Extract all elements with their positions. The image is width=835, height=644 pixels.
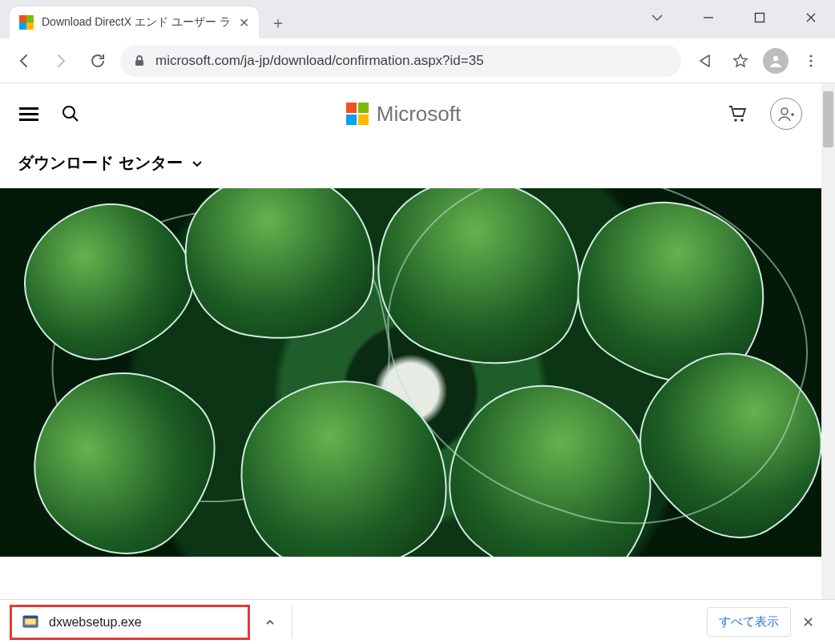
svg-rect-11 bbox=[25, 618, 36, 625]
tab-title: Download DirectX エンド ユーザー ラ bbox=[42, 15, 231, 30]
breadcrumb[interactable]: ダウンロード センター bbox=[0, 144, 821, 188]
browser-tab[interactable]: Download DirectX エンド ユーザー ラ ✕ bbox=[10, 6, 259, 38]
svg-rect-12 bbox=[23, 616, 38, 618]
microsoft-logo[interactable]: Microsoft bbox=[346, 102, 461, 127]
svg-point-6 bbox=[63, 107, 75, 118]
share-button[interactable] bbox=[689, 46, 718, 75]
microsoft-wordmark: Microsoft bbox=[377, 102, 461, 127]
site-header: Microsoft bbox=[0, 83, 821, 144]
show-all-downloads-button[interactable]: すべて表示 bbox=[707, 607, 791, 637]
svg-point-3 bbox=[809, 54, 812, 57]
hamburger-menu-icon[interactable] bbox=[19, 104, 38, 124]
download-options-button[interactable] bbox=[253, 617, 287, 628]
microsoft-favicon-icon bbox=[19, 15, 34, 30]
breadcrumb-label: ダウンロード センター bbox=[18, 152, 183, 174]
browser-toolbar: microsoft.com/ja-jp/download/confirmatio… bbox=[0, 38, 835, 83]
back-button[interactable] bbox=[10, 46, 38, 75]
svg-rect-0 bbox=[756, 14, 764, 22]
chevron-down-icon bbox=[191, 157, 204, 170]
forward-button[interactable] bbox=[46, 46, 75, 75]
hero-image bbox=[0, 188, 821, 557]
exe-file-icon bbox=[22, 614, 39, 631]
lock-icon bbox=[133, 54, 146, 67]
window-close-icon[interactable] bbox=[797, 6, 825, 29]
window-dropdown-icon[interactable] bbox=[643, 6, 672, 29]
account-icon[interactable] bbox=[770, 98, 802, 130]
download-item[interactable]: dxwebsetup.exe bbox=[10, 605, 250, 640]
cart-icon[interactable] bbox=[727, 103, 748, 124]
vertical-scrollbar[interactable] bbox=[821, 83, 835, 599]
window-maximize-icon[interactable] bbox=[745, 6, 774, 29]
tab-close-icon[interactable]: ✕ bbox=[239, 15, 249, 30]
scroll-thumb[interactable] bbox=[823, 91, 833, 147]
svg-point-4 bbox=[809, 59, 812, 62]
search-icon[interactable] bbox=[61, 104, 80, 123]
new-tab-button[interactable]: ＋ bbox=[265, 10, 291, 35]
page-content: Microsoft ダウンロード センター bbox=[0, 83, 821, 599]
window-minimize-icon[interactable] bbox=[694, 6, 723, 29]
microsoft-logo-icon bbox=[346, 103, 369, 125]
address-bar[interactable]: microsoft.com/ja-jp/download/confirmatio… bbox=[120, 45, 681, 77]
svg-point-7 bbox=[734, 119, 737, 122]
profile-avatar[interactable] bbox=[763, 48, 789, 74]
svg-point-8 bbox=[740, 119, 744, 122]
svg-point-9 bbox=[781, 108, 788, 115]
download-filename: dxwebsetup.exe bbox=[49, 615, 142, 630]
svg-point-5 bbox=[809, 64, 812, 66]
download-bar: dxwebsetup.exe すべて表示 ✕ bbox=[0, 599, 835, 644]
svg-point-2 bbox=[773, 55, 778, 60]
bookmark-button[interactable] bbox=[726, 46, 755, 75]
tab-strip: Download DirectX エンド ユーザー ラ ✕ ＋ bbox=[10, 6, 291, 38]
reload-button[interactable] bbox=[83, 46, 112, 75]
divider bbox=[292, 606, 292, 638]
close-download-bar-button[interactable]: ✕ bbox=[791, 614, 825, 631]
viewport: Microsoft ダウンロード センター bbox=[0, 83, 835, 599]
menu-button[interactable] bbox=[797, 46, 825, 75]
svg-rect-1 bbox=[135, 60, 143, 66]
url-text: microsoft.com/ja-jp/download/confirmatio… bbox=[155, 53, 668, 69]
